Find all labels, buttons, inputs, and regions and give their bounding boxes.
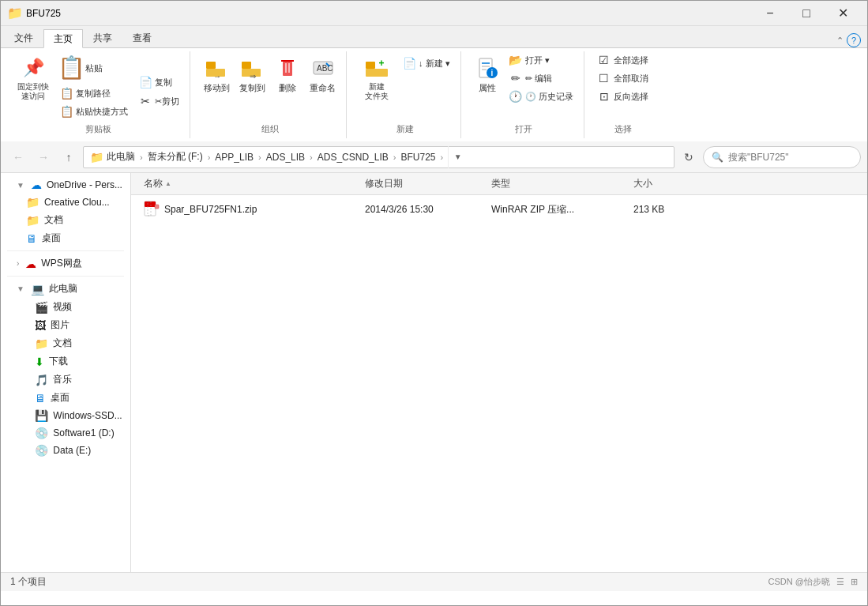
col-header-size[interactable]: 大小 [633, 177, 712, 190]
tab-share[interactable]: 共享 [83, 28, 122, 47]
select-none-icon: ☐ [598, 72, 611, 85]
file-size: 213 KB [633, 204, 664, 215]
svg-text:i: i [490, 69, 493, 77]
music-icon: 🎵 [35, 374, 48, 386]
forward-button[interactable]: → [32, 146, 54, 168]
file-type-cell: WinRAR ZIP 压缩... [491, 203, 633, 216]
window-icon: 📁 [7, 6, 23, 21]
new-item-icon: 📄 [403, 57, 415, 70]
pin-to-quick-access-button[interactable]: 📌 固定到快速访问 [13, 51, 53, 104]
address-dropdown[interactable]: ▼ [448, 146, 467, 168]
file-row[interactable]: Spar_BFU725FN1.zip 2014/3/26 15:30 WinRA… [131, 198, 867, 220]
svg-rect-14 [366, 69, 388, 77]
download-icon: ⬇ [35, 356, 44, 368]
sidebar-label: 下载 [49, 355, 68, 368]
svg-rect-7 [283, 62, 292, 76]
expand-icon: ▼ [17, 181, 24, 190]
address-part-3: ADS_LIB [266, 152, 305, 163]
svg-text:+: + [378, 58, 384, 69]
select-none-button[interactable]: ☐ 全部取消 [594, 70, 652, 87]
copy-path-button[interactable]: 📋 复制路径 [56, 85, 132, 102]
title-bar: 📁 BFU725 − □ ✕ [1, 1, 867, 26]
main-layout: ▼ ☁ OneDrive - Pers... 📁 Creative Clou..… [1, 173, 867, 572]
open-button[interactable]: 📂 打开 ▾ [505, 51, 577, 69]
up-button[interactable]: ↑ [58, 146, 80, 168]
copy-button[interactable]: 📄 复制 [135, 73, 183, 91]
svg-rect-8 [285, 63, 287, 73]
address-bar[interactable]: 📁 此电脑 › 暂未分配 (F:) › APP_LIB › ADS_LIB › … [83, 146, 674, 168]
col-header-type[interactable]: 类型 [491, 177, 633, 190]
delete-button[interactable]: 删除 [271, 51, 304, 96]
edit-button[interactable]: ✏ ✏ 编辑 [505, 70, 577, 87]
sidebar-item-docs2[interactable]: › 📁 文档 [1, 334, 130, 352]
sidebar-item-creative-cloud[interactable]: 📁 Creative Clou... [1, 194, 130, 211]
search-input[interactable] [728, 152, 831, 163]
sidebar-item-data-e[interactable]: › 💿 Data (E:) [1, 442, 130, 459]
desktop-icon: 🖥 [26, 232, 37, 245]
invert-selection-button[interactable]: ⊡ 反向选择 [594, 88, 652, 105]
close-button[interactable]: ✕ [825, 1, 861, 26]
col-header-name[interactable]: 名称 ▲ [144, 177, 365, 190]
clipboard-group: 📌 固定到快速访问 📋 粘贴 📋 复制路径 📋 粘贴快捷方式 [7, 51, 190, 138]
svg-text:⇒: ⇒ [250, 72, 256, 81]
copy-to-button[interactable]: ⇒ 复制到 [235, 51, 269, 96]
sidebar-item-video[interactable]: › 🎬 视频 [1, 298, 130, 316]
svg-rect-26 [155, 205, 159, 209]
paste-shortcut-button[interactable]: 📋 粘贴快捷方式 [56, 103, 132, 120]
tab-view[interactable]: 查看 [122, 28, 162, 47]
ribbon-collapse-icon[interactable]: ⌃ [836, 36, 844, 46]
properties-icon: i [475, 55, 500, 81]
select-all-button[interactable]: ☑ 全部选择 [594, 51, 652, 69]
file-list-body: Spar_BFU725FN1.zip 2014/3/26 15:30 WinRA… [131, 195, 867, 572]
sidebar-label: OneDrive - Pers... [47, 179, 122, 190]
sidebar-item-downloads[interactable]: › ⬇ 下载 [1, 352, 130, 371]
tab-home[interactable]: 主页 [43, 29, 83, 48]
status-right: CSDN @怡步晓 ☰ ⊞ [768, 576, 858, 588]
properties-button[interactable]: i 属性 [471, 51, 504, 96]
col-header-date[interactable]: 修改日期 [365, 177, 491, 190]
file-name: Spar_BFU725FN1.zip [164, 204, 257, 215]
sidebar-label: WPS网盘 [41, 257, 81, 270]
expand-icon: › [17, 259, 19, 268]
folder-icon: 📁 [26, 214, 39, 227]
sidebar-item-desktop-od[interactable]: 🖥 桌面 [1, 229, 130, 247]
svg-text:→: → [213, 72, 221, 81]
sidebar-item-music[interactable]: › 🎵 音乐 [1, 371, 130, 389]
sidebar-item-pictures[interactable]: › 🖼 图片 [1, 316, 130, 334]
history-button[interactable]: 🕐 🕐 历史记录 [505, 88, 577, 105]
cut-button[interactable]: ✂ ✂剪切 [135, 92, 183, 110]
sidebar-item-software1[interactable]: › 💿 Software1 (D:) [1, 424, 130, 442]
help-icon[interactable]: ? [847, 33, 861, 47]
sidebar-label: Data (E:) [53, 445, 91, 456]
paste-button[interactable]: 📋 粘贴 [54, 51, 133, 83]
new-item-button[interactable]: 📄 ↓ 新建 ▾ [399, 55, 454, 72]
svg-rect-3 [242, 62, 251, 69]
address-part-0: 此电脑 [107, 150, 135, 164]
view-grid-icon[interactable]: ⊞ [851, 577, 858, 587]
open-col: 📂 打开 ▾ ✏ ✏ 编辑 🕐 🕐 历史记录 [505, 51, 577, 105]
new-folder-button[interactable]: + 新建文件夹 [356, 51, 397, 104]
maximize-button[interactable]: □ [788, 1, 825, 26]
sidebar-item-onedrive[interactable]: ▼ ☁ OneDrive - Pers... [1, 176, 130, 194]
svg-text:ABC: ABC [317, 64, 333, 73]
sidebar-item-wps[interactable]: › ☁ WPS网盘 [1, 254, 130, 273]
sidebar-item-this-pc[interactable]: ▼ 💻 此电脑 [1, 280, 130, 298]
expand-icon: ▼ [17, 284, 24, 293]
rename-button[interactable]: ABC 重命名 [306, 51, 340, 96]
move-to-button[interactable]: → 移动到 [200, 51, 234, 96]
sidebar-item-documents[interactable]: 📁 文档 [1, 211, 130, 229]
organize-content: → 移动到 ⇒ 复制到 [200, 51, 340, 120]
search-bar[interactable]: 🔍 [703, 146, 861, 168]
view-list-icon[interactable]: ☰ [836, 577, 844, 587]
back-button[interactable]: ← [7, 146, 29, 168]
address-part-current: BFU725 [400, 152, 435, 163]
tab-file[interactable]: 文件 [4, 28, 43, 47]
minimize-button[interactable]: − [752, 1, 788, 26]
select-label: 选择 [614, 123, 632, 135]
history-icon: 🕐 [509, 90, 522, 103]
new-label: 新建 [396, 123, 414, 135]
sidebar-item-windows-ssd[interactable]: › 💾 Windows-SSD... [1, 407, 130, 424]
refresh-button[interactable]: ↻ [678, 146, 700, 168]
sidebar-item-desktop2[interactable]: › 🖥 桌面 [1, 389, 130, 407]
svg-rect-23 [145, 201, 156, 207]
